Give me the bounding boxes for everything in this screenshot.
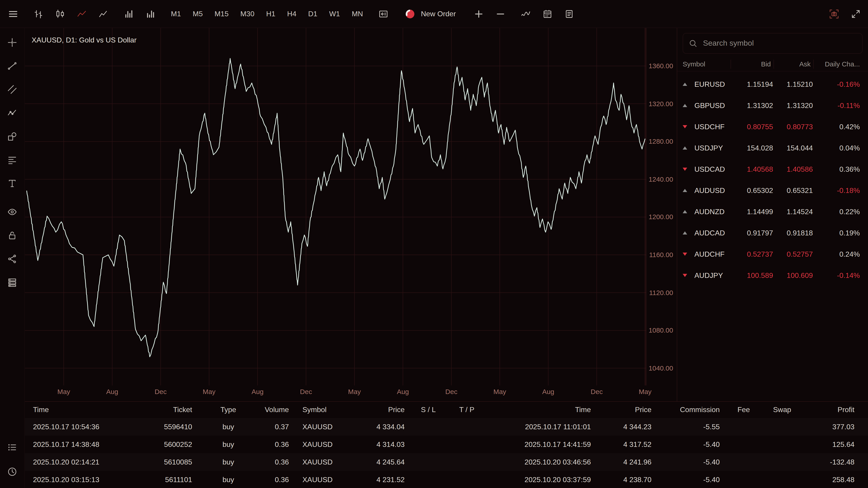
top-toolbar: M1M5M15M30H1H4D1W1MN New Order	[0, 0, 868, 28]
shapes-icon[interactable]	[7, 131, 17, 141]
timeframe-D1[interactable]: D1	[308, 10, 317, 18]
screenshot-icon[interactable]	[829, 9, 839, 19]
history-column-header[interactable]: Profit	[800, 406, 868, 414]
bid-value: 1.15194	[732, 80, 773, 88]
market-watch-row[interactable]: USDJPY154.028154.0440.04%	[677, 137, 868, 159]
history-column-header[interactable]: Price	[362, 406, 409, 414]
history-column-header[interactable]: Commission	[655, 406, 723, 414]
history-column-header[interactable]: S / L	[409, 406, 447, 414]
zoom-group	[474, 9, 506, 19]
timeframe-H4[interactable]: H4	[287, 10, 296, 18]
indicators-icon[interactable]	[521, 9, 531, 19]
market-watch-row[interactable]: AUDJPY100.589100.609-0.14%	[677, 265, 868, 286]
history-cell: 0.36	[262, 476, 291, 484]
history-row[interactable]: 2025.10.17 10:54:365596410buy0.37XAUUSD4…	[25, 418, 868, 435]
history-row[interactable]: 2025.10.20 02:14:215610085buy0.36XAUUSD4…	[25, 453, 868, 471]
price-chart[interactable]	[25, 28, 646, 385]
history-column-header[interactable]: Ticket	[160, 406, 194, 414]
timeframe-M30[interactable]: M30	[240, 10, 254, 18]
price-down-icon	[683, 125, 687, 128]
search-input[interactable]	[702, 38, 857, 48]
history-column-header[interactable]: Symbol	[291, 406, 362, 414]
market-watch-row[interactable]: AUDUSD0.653020.65321-0.18%	[677, 180, 868, 201]
text-icon[interactable]	[7, 178, 17, 188]
timeframe-M15[interactable]: M15	[215, 10, 228, 18]
journal-icon[interactable]	[564, 9, 575, 19]
zoom-out-icon[interactable]	[496, 9, 506, 19]
time-axis[interactable]: MayAugDecMayAugDecMayAugDecMayAugDecMay	[25, 385, 647, 401]
history-column-header[interactable]: Time	[486, 406, 594, 414]
timeframe-M1[interactable]: M1	[171, 10, 181, 18]
column-bid[interactable]: Bid	[731, 60, 774, 69]
calendar-icon[interactable]	[543, 9, 553, 19]
polyline-icon[interactable]	[7, 108, 17, 118]
market-watch-row[interactable]: AUDCHF0.527370.527570.24%	[677, 243, 868, 265]
symbol-name: EURUSD	[694, 80, 732, 88]
history-cell: 2025.10.17 11:01:01	[486, 423, 594, 431]
history-cell: -132.48	[800, 458, 868, 466]
chart-area[interactable]: XAUUSD, D1: Gold vs US Dollar 1360.00132…	[25, 28, 677, 401]
layers-icon[interactable]	[7, 278, 17, 287]
history-column-header[interactable]: Swap	[764, 406, 800, 414]
timeframe-MN[interactable]: MN	[352, 10, 363, 18]
history-column-header[interactable]: Fee	[723, 406, 764, 414]
time-tick-label: Dec	[445, 388, 457, 395]
toolbox-icon[interactable]	[7, 442, 17, 452]
price-tick-label: 1120.00	[649, 289, 673, 297]
tick-volumes-icon[interactable]	[146, 9, 156, 19]
crosshair-icon[interactable]	[7, 37, 17, 47]
menu-icon[interactable]	[8, 9, 18, 19]
market-watch-row[interactable]: GBPUSD1.313021.31320-0.11%	[677, 95, 868, 116]
column-daily-change[interactable]: Daily Cha...	[813, 60, 868, 69]
candlesticks-icon[interactable]	[55, 9, 65, 19]
fullscreen-icon[interactable]	[851, 9, 861, 19]
lock-icon[interactable]	[7, 230, 17, 240]
bars-icon[interactable]	[33, 9, 43, 19]
history-column-header[interactable]: Type	[194, 406, 262, 414]
column-symbol[interactable]: Symbol	[677, 60, 731, 69]
trendline-icon[interactable]	[7, 61, 17, 71]
price-up-icon	[683, 210, 687, 213]
history-column-header[interactable]: Volume	[262, 406, 291, 414]
price-axis[interactable]: 1360.001320.001280.001240.001200.001160.…	[646, 28, 677, 385]
line-chart-icon[interactable]	[77, 9, 87, 19]
market-watch-row[interactable]: USDCHF0.807550.807730.42%	[677, 116, 868, 137]
price-tick-label: 1360.00	[649, 62, 673, 70]
visibility-icon[interactable]	[7, 207, 17, 217]
time-tick-label: Dec	[591, 388, 602, 395]
column-ask[interactable]: Ask	[774, 60, 813, 69]
area-chart-icon[interactable]	[98, 9, 108, 19]
history-row[interactable]: 2025.10.17 14:38:485600252buy0.36XAUUSD4…	[25, 435, 868, 453]
history-icon[interactable]	[7, 467, 17, 477]
ask-value: 1.31320	[773, 101, 813, 109]
volumes-icon[interactable]	[124, 9, 134, 19]
bid-value: 100.589	[732, 271, 773, 280]
new-order-button[interactable]: New Order	[402, 8, 459, 20]
history-cell: 4 314.03	[362, 440, 409, 449]
market-watch-row[interactable]: EURUSD1.151941.15210-0.16%	[677, 74, 868, 95]
history-row[interactable]: 2025.10.20 03:15:135611101buy0.36XAUUSD4…	[25, 471, 868, 488]
history-column-header[interactable]: Time	[25, 406, 160, 414]
history-column-header[interactable]: Price	[594, 406, 655, 414]
daily-change-value: 0.19%	[813, 229, 860, 237]
objects-icon[interactable]	[7, 254, 17, 264]
history-cell: -5.40	[655, 458, 723, 466]
timeframe-M5[interactable]: M5	[193, 10, 203, 18]
price-up-icon	[683, 189, 687, 192]
history-header: TimeTicketTypeVolumeSymbolPriceS / LT / …	[25, 402, 868, 418]
bid-value: 0.91797	[732, 229, 773, 237]
ask-value: 100.609	[773, 271, 813, 280]
market-watch-row[interactable]: AUDCAD0.917970.918180.19%	[677, 222, 868, 243]
market-watch-row[interactable]: AUDNZD1.144991.145240.22%	[677, 201, 868, 222]
ask-value: 154.044	[773, 144, 813, 152]
channel-icon[interactable]	[7, 85, 17, 94]
market-watch-row[interactable]: USDCAD1.405681.405860.36%	[677, 159, 868, 180]
timeframe-W1[interactable]: W1	[329, 10, 340, 18]
history-cell: 5596410	[160, 423, 194, 431]
timeframe-H1[interactable]: H1	[266, 10, 275, 18]
history-column-header[interactable]: T / P	[447, 406, 486, 414]
zoom-in-icon[interactable]	[474, 9, 484, 19]
chart-shift-icon[interactable]	[378, 9, 388, 19]
history-cell: 4 317.52	[594, 440, 655, 449]
fibonacci-icon[interactable]	[7, 155, 17, 165]
